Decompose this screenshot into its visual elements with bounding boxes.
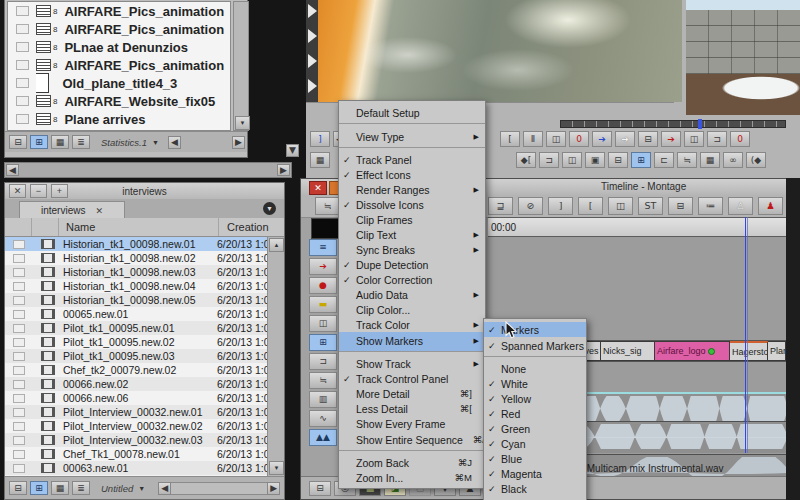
clip-name-cell[interactable]: Pilot_tk1_00095.new.03	[63, 350, 209, 362]
scroll-down-button[interactable]: ▼	[269, 461, 284, 475]
clip-name-cell[interactable]: Historian_tk1_00098.new.02	[63, 252, 209, 264]
timeline-clip[interactable]: Plane	[768, 341, 786, 361]
toolbar-button[interactable]: [	[500, 131, 520, 147]
toolbar-button[interactable]: ▬	[309, 296, 337, 313]
clip-checkbox[interactable]	[13, 282, 25, 291]
clip-checkbox[interactable]	[13, 296, 25, 305]
clip-checkbox[interactable]	[16, 114, 29, 124]
clip-checkbox[interactable]	[13, 268, 25, 277]
menu-item[interactable]: ✓ Cyan	[484, 436, 586, 451]
toolbar-button[interactable]: ◫	[546, 131, 566, 147]
menu-item[interactable]: ✓ Show Track ▶	[339, 356, 485, 371]
play-arrow-icon[interactable]	[308, 4, 317, 18]
menu-item[interactable]: ✓ Show Entire Sequence ⌘/ ▶	[339, 431, 485, 451]
scroll-right-button[interactable]: ▶	[232, 136, 245, 149]
scroll-down-button[interactable]: ▼	[286, 144, 299, 157]
toolbar-button[interactable]: ⊟	[668, 197, 693, 215]
timeline-ruler[interactable]: 00:00	[488, 217, 787, 237]
menu-item[interactable]: ✓ Black	[484, 481, 586, 496]
toolbar-button[interactable]: ⊐	[309, 353, 337, 370]
menu-item[interactable]: ✓ Track Control Panel ▶	[339, 371, 485, 386]
table-row[interactable]: 00066.new.06 6/20/13 1:0	[5, 391, 268, 405]
table-row[interactable]: Pilot_Interview_00032.new.01 6/20/13 1:0	[5, 405, 268, 419]
clip-checkbox[interactable]	[13, 338, 25, 347]
table-row[interactable]: 00065.new.01 6/20/13 1:0	[5, 307, 268, 321]
clip-name[interactable]: AIRFARE_Pics_animation	[64, 4, 224, 19]
toolbar-button[interactable]: ⊘	[518, 197, 543, 215]
table-row[interactable]: Pilot_tk1_00095.new.03 6/20/13 1:0	[5, 349, 268, 363]
bin-menu-button[interactable]: ▼	[263, 202, 276, 215]
bin-vertical-scrollbar[interactable]: ▼	[233, 1, 249, 131]
toolbar-button[interactable]: ⊞	[631, 152, 651, 168]
toolbar-button[interactable]: ▲▲	[309, 429, 337, 446]
clip-checkbox[interactable]	[13, 450, 25, 459]
scroll-track[interactable]	[171, 482, 267, 495]
toolbar-button[interactable]: ∞	[723, 152, 743, 168]
clip-name-cell[interactable]: Pilot_tk1_00095.new.01	[63, 322, 209, 334]
toolbar-button[interactable]: ⊐	[707, 131, 727, 147]
toolbar-button[interactable]: ]	[310, 131, 330, 147]
view-button[interactable]: ⊟	[9, 481, 27, 495]
menu-item[interactable]: ✓ Show Every Frame ▶	[339, 416, 485, 431]
clip-name-cell[interactable]: 00066.new.02	[63, 378, 209, 390]
toolbar-button[interactable]: ♙	[728, 197, 753, 215]
clip-checkbox[interactable]	[13, 310, 25, 319]
toolbar-button[interactable]: ➔	[592, 131, 612, 147]
table-row[interactable]: Historian_tk1_00098.new.01 6/20/13 1:0	[5, 237, 268, 251]
menu-item[interactable]: ✓ Render Ranges ▶	[339, 182, 485, 197]
toolbar-button[interactable]: ◫	[684, 131, 704, 147]
chevron-down-icon[interactable]: ▼	[138, 485, 145, 492]
view-preset-label[interactable]: Untitled	[101, 483, 133, 494]
record-monitor-video[interactable]	[686, 0, 800, 115]
clip-name[interactable]: PLnae at Denunzios	[64, 40, 188, 55]
toolbar-button[interactable]: ⊟	[309, 481, 331, 496]
menu-item[interactable]: ✓ Show Markers ▶	[339, 332, 485, 352]
clip-name-cell[interactable]: 00065.new.01	[63, 308, 209, 320]
view-button[interactable]: ▦	[51, 481, 69, 495]
toolbar-button[interactable]: ◫	[608, 197, 633, 215]
toolbar-button[interactable]: ♟	[758, 197, 783, 215]
menu-item[interactable]: ✓ Spanned Markers	[484, 337, 586, 357]
menu-item[interactable]: ✓ Track Panel ▶	[339, 152, 485, 167]
menu-item[interactable]: ✓ Audio Data ▶	[339, 287, 485, 302]
source-monitor-video[interactable]	[318, 0, 682, 102]
clip-checkbox[interactable]	[13, 394, 25, 403]
table-row[interactable]: Historian_tk1_00098.new.05 6/20/13 1:0	[5, 293, 268, 307]
table-row[interactable]: 00063.new.01 6/20/13 1:0	[5, 461, 268, 475]
toolbar-button[interactable]: ●	[309, 277, 337, 294]
menu-item[interactable]: ✓ Dissolve Icons ▶	[339, 197, 485, 212]
view-button[interactable]: ⊞	[30, 481, 48, 495]
bin-clip-row[interactable]: 8 AIRFARE_Pics_animation	[8, 2, 230, 20]
playhead[interactable]	[745, 217, 746, 453]
bin-titlebar[interactable]: ✕ − + interviews	[5, 183, 284, 200]
clip-name-cell[interactable]: Historian_tk1_00098.new.01	[63, 238, 209, 250]
toolbar-button[interactable]: ≡	[309, 239, 337, 256]
toolbar-button[interactable]: ▣	[585, 152, 605, 168]
name-column-header[interactable]: Name	[59, 218, 219, 236]
toolbar-button[interactable]: ⊞	[309, 334, 337, 351]
toolbar-button[interactable]: ST	[638, 197, 663, 215]
clip-name-cell[interactable]: 00066.new.06	[63, 392, 209, 404]
clip-name-cell[interactable]: Pilot_Interview_00032.new.03	[63, 434, 209, 446]
bin-clip-row[interactable]: 8 PLnae at Denunzios	[8, 38, 230, 56]
toolbar-button[interactable]: [	[578, 197, 603, 215]
clip-checkbox[interactable]	[13, 464, 25, 473]
clip-name-cell[interactable]: Historian_tk1_00098.new.04	[63, 280, 209, 292]
clip-checkbox[interactable]	[16, 6, 29, 16]
toolbar-button[interactable]: 0	[730, 131, 750, 147]
menu-item[interactable]: ✓ View Type ▶	[339, 128, 485, 148]
clip-checkbox[interactable]	[16, 60, 29, 70]
clip-name-cell[interactable]: Pilot_Interview_00032.new.02	[63, 420, 209, 432]
clip-name-cell[interactable]: Historian_tk1_00098.new.03	[63, 266, 209, 278]
scroll-left-button[interactable]: ◀	[168, 136, 181, 149]
bin-clip-row[interactable]: 8 Plane arrives	[8, 110, 230, 128]
timeline-clip[interactable]: Nicks_sig	[601, 341, 655, 361]
clip-name-cell[interactable]: Pilot_Interview_00032.new.01	[63, 406, 209, 418]
menu-item[interactable]: ✓ Zoom In... ⌘M ▶	[339, 470, 485, 485]
clip-checkbox[interactable]	[13, 436, 25, 445]
view-preset-label[interactable]: Statistics.1	[101, 137, 147, 148]
toolbar-button[interactable]: ▦	[310, 152, 330, 168]
clip-name-cell[interactable]: Pilot_tk1_00095.new.02	[63, 336, 209, 348]
clip-name[interactable]: AIRFARE_Pics_animation	[64, 58, 224, 73]
table-row[interactable]: Historian_tk1_00098.new.02 6/20/13 1:0	[5, 251, 268, 265]
